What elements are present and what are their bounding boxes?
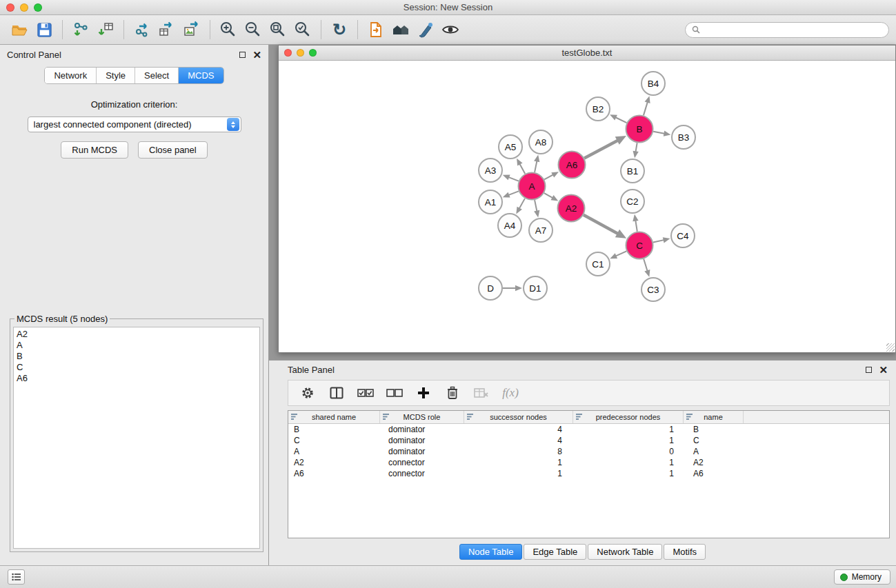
close-panel-button[interactable]: Close panel — [138, 141, 208, 159]
tab-network-table[interactable]: Network Table — [588, 544, 662, 560]
graph-node-B4[interactable]: B4 — [641, 72, 665, 95]
graph-edge-A-A5[interactable] — [517, 159, 525, 174]
show-all-networks-button[interactable] — [388, 18, 413, 41]
mcds-result-list[interactable]: A2ABCA6 — [13, 327, 260, 549]
graph-node-B3[interactable]: B3 — [672, 125, 695, 149]
column-header-shared-name[interactable]: shared name — [288, 411, 380, 423]
run-mcds-button[interactable]: Run MCDS — [61, 141, 128, 159]
export-image-button[interactable] — [179, 18, 204, 41]
graph-edge-A-A8[interactable] — [534, 155, 539, 172]
tab-style[interactable]: Style — [97, 68, 135, 83]
network-window-titlebar[interactable]: testGlobe.txt — [279, 45, 895, 61]
graph-node-D1[interactable]: D1 — [524, 276, 547, 300]
column-header-successor-nodes[interactable]: successor nodes — [464, 411, 573, 423]
column-header-name[interactable]: name — [684, 411, 744, 423]
tab-node-table[interactable]: Node Table — [459, 544, 523, 560]
result-item[interactable]: A6 — [17, 373, 259, 384]
table-row[interactable]: Adominator80A — [288, 446, 889, 457]
show-columns-button[interactable] — [326, 383, 348, 403]
graph-edge-A6-B[interactable] — [584, 136, 626, 158]
tab-select[interactable]: Select — [135, 68, 179, 83]
show-graphics-details-button[interactable] — [438, 18, 463, 41]
graph-edge-C-C2[interactable] — [633, 214, 638, 232]
result-item[interactable]: A — [17, 340, 259, 351]
minimize-network-window-button[interactable] — [297, 49, 304, 57]
graph-node-A5[interactable]: A5 — [499, 135, 522, 159]
graph-edge-A-A3[interactable] — [503, 174, 519, 181]
export-network-button[interactable] — [130, 18, 155, 41]
create-column-button[interactable] — [412, 383, 435, 403]
close-table-panel-icon[interactable]: ✕ — [879, 365, 888, 375]
graph-edge-B-B1[interactable] — [633, 143, 639, 158]
apply-style-button[interactable] — [413, 18, 438, 41]
graph-edge-C-C3[interactable] — [644, 259, 650, 277]
table-row[interactable]: Bdominator41B — [288, 424, 889, 435]
result-item[interactable]: A2 — [17, 329, 259, 340]
tab-network[interactable]: Network — [45, 68, 97, 83]
graph-node-A7[interactable]: A7 — [529, 219, 552, 242]
delete-column-button[interactable] — [441, 383, 464, 403]
open-document-button[interactable] — [364, 18, 388, 41]
close-network-window-button[interactable] — [284, 49, 292, 57]
graph-node-C3[interactable]: C3 — [641, 278, 665, 301]
graph-node-C[interactable]: C — [626, 232, 653, 259]
graph-edge-A-A6[interactable] — [544, 172, 559, 179]
graph-node-A1[interactable]: A1 — [479, 190, 502, 214]
graph-edge-B-B2[interactable] — [610, 114, 626, 123]
column-header-mcds-role[interactable]: MCDS role — [380, 411, 464, 423]
graph-edge-A-A2[interactable] — [544, 193, 558, 201]
result-item[interactable]: B — [17, 351, 259, 362]
task-history-button[interactable] — [8, 569, 25, 585]
network-canvas[interactable]: B4B2BB3A8A5A6A3B1AC2A1A2A4A7C4CC1C3DD1 — [279, 61, 895, 352]
float-table-panel-icon[interactable] — [866, 367, 872, 373]
import-table-button[interactable] — [93, 18, 118, 41]
graph-edge-B-B4[interactable] — [644, 96, 650, 115]
memory-status-button[interactable]: Memory — [834, 569, 890, 585]
open-session-button[interactable] — [7, 18, 32, 41]
graph-node-C2[interactable]: C2 — [621, 190, 644, 213]
graph-node-B1[interactable]: B1 — [621, 159, 644, 183]
window-resize-grip[interactable] — [886, 343, 895, 352]
graph-edge-C-C1[interactable] — [610, 251, 626, 258]
search-input[interactable] — [704, 25, 882, 34]
tab-motifs[interactable]: Motifs — [664, 544, 706, 560]
graph-node-D[interactable]: D — [479, 276, 502, 300]
zoom-in-button[interactable] — [216, 18, 241, 41]
graph-edge-D-D1[interactable] — [503, 285, 522, 291]
import-network-button[interactable] — [68, 18, 93, 41]
graph-node-B2[interactable]: B2 — [586, 97, 610, 121]
graph-node-A3[interactable]: A3 — [479, 159, 502, 182]
minimize-window-button[interactable] — [20, 3, 28, 12]
graph-edge-B-B3[interactable] — [653, 131, 670, 136]
graph-node-A6[interactable]: A6 — [559, 152, 586, 179]
criterion-dropdown[interactable]: largest connected component (directed) — [28, 116, 241, 132]
graph-node-A[interactable]: A — [519, 173, 546, 200]
table-row[interactable]: A2connector11A2 — [288, 457, 889, 468]
function-builder-button[interactable]: f(x) — [499, 383, 521, 403]
tab-edge-table[interactable]: Edge Table — [524, 544, 586, 560]
select-all-button[interactable] — [355, 383, 377, 403]
graph-edge-C-C4[interactable] — [653, 237, 670, 243]
zoom-out-button[interactable] — [241, 18, 266, 41]
graph-node-A4[interactable]: A4 — [498, 214, 521, 237]
zoom-window-button[interactable] — [34, 3, 42, 12]
refresh-layout-button[interactable]: ↻ — [327, 18, 352, 41]
close-window-button[interactable] — [6, 3, 14, 12]
graph-edge-A-A4[interactable] — [516, 199, 525, 214]
graph-edge-A-A7[interactable] — [534, 200, 539, 217]
delete-table-button[interactable] — [470, 383, 492, 403]
column-header-predecessor-nodes[interactable]: predecessor nodes — [573, 411, 684, 423]
export-table-button[interactable] — [155, 18, 179, 41]
float-panel-icon[interactable] — [239, 52, 246, 58]
table-row[interactable]: A6connector11A6 — [288, 468, 889, 479]
search-box[interactable] — [685, 22, 889, 38]
graph-node-A8[interactable]: A8 — [529, 130, 552, 154]
result-item[interactable]: C — [17, 362, 259, 373]
graph-node-C1[interactable]: C1 — [586, 252, 610, 276]
graph-edge-A2-C[interactable] — [584, 215, 626, 239]
zoom-selected-button[interactable] — [290, 18, 315, 41]
zoom-fit-button[interactable] — [266, 18, 290, 41]
deselect-all-button[interactable] — [384, 383, 406, 403]
zoom-network-window-button[interactable] — [309, 49, 317, 57]
table-row[interactable]: Cdominator41C — [288, 435, 889, 446]
